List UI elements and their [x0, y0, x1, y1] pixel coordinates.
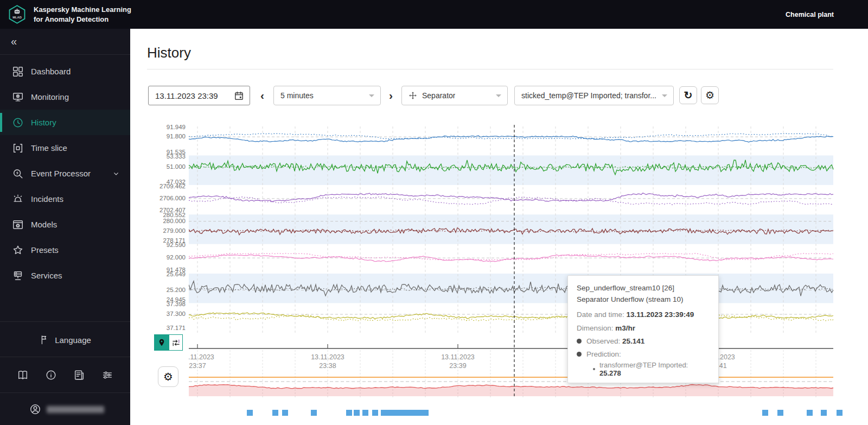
range-mode-button[interactable] [169, 335, 182, 350]
sidebar-item-presets[interactable]: Presets [0, 237, 130, 263]
reports-icon[interactable] [73, 369, 85, 381]
y-axis-tick-label: 280.000 [142, 218, 186, 224]
next-interval-button[interactable]: › [389, 87, 393, 104]
strip-settings-button[interactable]: ⚙ [158, 366, 178, 387]
about-icon[interactable] [45, 369, 57, 381]
prev-interval-button[interactable]: ‹ [260, 87, 264, 104]
bullet-icon [593, 368, 595, 370]
active-indicator [0, 189, 2, 208]
sidebar-item-services[interactable]: Services [0, 263, 130, 288]
refresh-button[interactable]: ↻ [679, 86, 697, 104]
sidebar-item-label: Incidents [31, 194, 63, 204]
event-marker[interactable] [311, 410, 317, 416]
series-observed [189, 193, 833, 202]
sidebar-item-dashboard[interactable]: Dashboard [0, 59, 130, 84]
y-axis-tick-label: 51.000 [142, 163, 186, 170]
event-marker[interactable] [762, 410, 768, 416]
series-observed [189, 313, 833, 319]
y-axis-tick-label: 25.649 [142, 271, 186, 277]
event-marker[interactable] [777, 410, 783, 416]
sidebar-item-time-slice[interactable]: Time slice [0, 135, 130, 161]
tooltip-prediction-item: transformer@TEP Imported: 25.278 [577, 361, 710, 377]
gear-icon: ⚙ [705, 89, 714, 102]
chart-plot-area[interactable]: 13.11.202323:3713.11.202323:3813.11.2023… [189, 122, 868, 425]
sidebar: « DashboardMonitoringHistoryTime sliceEv… [0, 29, 130, 425]
event-marker[interactable] [282, 410, 288, 416]
group-value: Separator [422, 91, 455, 100]
active-indicator [0, 113, 2, 132]
event-marker[interactable] [411, 410, 417, 416]
sidebar-item-label: History [31, 118, 56, 127]
active-indicator [0, 266, 2, 285]
gear-icon: ⚙ [163, 370, 173, 383]
event-marker[interactable] [362, 410, 368, 416]
user-email-redacted [47, 406, 104, 413]
y-axis-tick-label: 2709.462 [142, 183, 186, 189]
event-marker[interactable] [272, 410, 278, 416]
sidebar-item-label: Time slice [31, 143, 67, 153]
event-marker[interactable] [405, 410, 411, 416]
event-marker[interactable] [387, 410, 393, 416]
chevron-down-icon [662, 94, 667, 97]
models-icon [12, 219, 24, 231]
sidebar-item-incidents[interactable]: Incidents [0, 186, 130, 212]
event-marker[interactable] [346, 410, 352, 416]
user-account[interactable] [0, 401, 130, 417]
sidebar-item-models[interactable]: Models [0, 212, 130, 237]
active-indicator [0, 240, 2, 259]
history-chart-svg [189, 122, 868, 425]
datetime-input[interactable]: 13.11.2023 23:39 [148, 86, 250, 105]
y-axis-tick-label: 2706.000 [142, 195, 186, 201]
event-marker[interactable] [821, 410, 827, 416]
plant-name: Chemical plant [786, 11, 868, 18]
language-button[interactable]: Language [0, 331, 130, 349]
sidebar-item-history[interactable]: History [0, 110, 130, 135]
event-marker[interactable] [393, 410, 399, 416]
app-logo[interactable]: MLAD [0, 4, 34, 24]
event-marker[interactable] [807, 410, 813, 416]
sidebar-collapse-button[interactable]: « [11, 35, 17, 48]
y-axis-tick-label: 53.333 [142, 153, 186, 160]
sidebar-item-label: Event Processor [31, 169, 91, 178]
divider [0, 392, 130, 393]
dashboard-icon [12, 66, 24, 78]
event-marker[interactable] [399, 410, 405, 416]
sidebar-item-monitoring[interactable]: Monitoring [0, 84, 130, 110]
interval-select[interactable]: 5 minutes [273, 86, 381, 105]
active-indicator [0, 62, 2, 81]
timeslice-icon [12, 142, 24, 154]
preset-value: sticked_temp@TEP Imported; transfor... [521, 91, 656, 100]
divider [0, 321, 130, 322]
event-marker[interactable] [423, 410, 429, 416]
event-marker[interactable] [247, 410, 253, 416]
tooltip-description: Separator Underflow (stream 10) [577, 294, 710, 305]
presets-icon [12, 244, 24, 256]
history-icon [12, 117, 24, 129]
calendar-icon[interactable] [234, 91, 244, 101]
event-processor-icon [12, 168, 24, 180]
chevron-down-icon [369, 94, 374, 97]
event-marker[interactable] [354, 410, 360, 416]
tooltip-prediction: Prediction: [577, 350, 710, 358]
app-root: MLAD Kaspersky Machine Learning for Anom… [0, 0, 868, 425]
pin-mode-button[interactable] [155, 335, 169, 350]
event-marker[interactable] [417, 410, 423, 416]
tooltip-dimension: Dimension: m3/hr [577, 324, 710, 332]
event-marker[interactable] [381, 410, 387, 416]
manual-icon[interactable] [17, 369, 29, 381]
y-axis-tick-label: 92.000 [142, 254, 186, 261]
x-axis-label: 13.11.202323:38 [306, 353, 349, 370]
bullet-icon [577, 352, 582, 357]
sidebar-item-label: Services [31, 271, 62, 280]
chart-settings-button[interactable]: ⚙ [701, 86, 719, 104]
settings-icon[interactable] [101, 369, 113, 381]
event-marker[interactable] [837, 410, 843, 416]
y-axis-tick-label: 37.171 [142, 325, 186, 331]
group-select[interactable]: Separator [401, 86, 508, 105]
event-marker[interactable] [372, 410, 378, 416]
sidebar-item-event-processor[interactable]: Event Processor [0, 161, 130, 186]
divider [0, 357, 130, 357]
preset-select[interactable]: sticked_temp@TEP Imported; transfor... [514, 86, 674, 105]
interval-value: 5 minutes [280, 91, 314, 100]
app-header: MLAD Kaspersky Machine Learning for Anom… [0, 0, 868, 29]
